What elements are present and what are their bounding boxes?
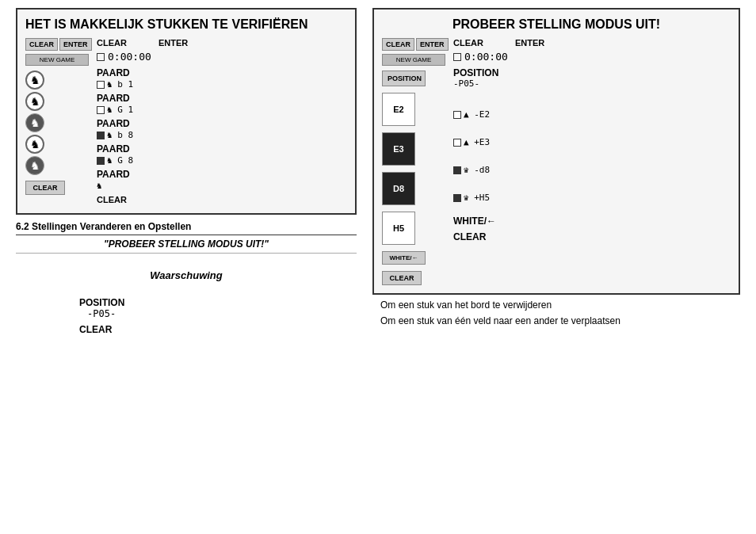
right-position-label: POSITION xyxy=(453,67,731,78)
right-e3-notation: ▲ +E3 xyxy=(453,137,731,147)
right-clear-btn-bottom[interactable]: CLEAR xyxy=(382,271,422,285)
piece-row-5: ♞ xyxy=(25,156,89,175)
left-move-5: PAARD ♞ xyxy=(97,169,347,191)
right-move-d8: ♛ -d8 xyxy=(453,165,731,175)
position-label: POSITION xyxy=(79,297,357,308)
e2-key[interactable]: E2 xyxy=(382,93,415,126)
left-content: CLEAR ENTER 0:00:00 PAARD ♞ b 1 xyxy=(97,38,347,205)
left-move-1: PAARD ♞ b 1 xyxy=(97,67,347,90)
left-move-1-notation: ♞ b 1 xyxy=(97,79,347,90)
d8-key[interactable]: D8 xyxy=(382,172,415,205)
h5-key[interactable]: H5 xyxy=(382,212,415,245)
left-control-bar: CLEAR ENTER xyxy=(25,38,89,51)
left-move-1-text: ♞ b 1 xyxy=(107,79,133,90)
right-controls: CLEAR ENTER NEW GAME POSITION E2 E3 D8 H… xyxy=(382,38,445,285)
piece-icon-3: ♞ xyxy=(25,113,44,132)
right-wit-label: WHITE/← xyxy=(453,216,731,227)
sq-white-e2 xyxy=(453,111,461,119)
sq-white-e3 xyxy=(453,139,461,147)
sq-black-3 xyxy=(97,132,105,139)
piece-icon-5: ♞ xyxy=(25,156,44,175)
warning-label: Waarschuwing xyxy=(16,269,357,281)
right-clock: 0:00:00 xyxy=(453,51,731,63)
white-arrow-btn[interactable]: WHITE/← xyxy=(382,251,426,265)
left-clock: 0:00:00 xyxy=(97,51,347,63)
right-box-title: PROBEER STELLING MODUS UIT! xyxy=(382,17,731,32)
section-title: 6.2 Stellingen Veranderen en Opstellen xyxy=(16,221,357,235)
left-move-1-label: PAARD xyxy=(97,67,347,78)
clock-square-left xyxy=(97,53,105,61)
piece-icon-4: ♞ xyxy=(25,135,44,154)
left-move-4-text: ♞ G 8 xyxy=(107,155,133,166)
right-pos-code: -P05- xyxy=(453,78,731,89)
right-inner: CLEAR ENTER NEW GAME POSITION E2 E3 D8 H… xyxy=(382,38,731,285)
bottom-notes: Om een stuk van het bord te verwijderen … xyxy=(372,299,740,326)
pos-display: -P05- xyxy=(87,308,357,319)
clear-label-bottom: CLEAR xyxy=(79,324,357,335)
right-clear-btn[interactable]: CLEAR xyxy=(382,38,414,51)
right-move-h5: ♛ +H5 xyxy=(453,193,731,203)
right-clear-header: CLEAR xyxy=(453,38,483,48)
left-move-3: PAARD ♞ b 8 xyxy=(97,118,347,140)
piece-row-2: ♞ xyxy=(25,92,89,111)
sq-black-4 xyxy=(97,157,105,165)
left-clear-enter-row: CLEAR ENTER xyxy=(97,38,347,48)
left-panel: HET IS MAKKELIJK STUKKEN TE VERIFIËREN C… xyxy=(16,8,357,335)
left-move-5-notation: ♞ xyxy=(97,181,347,191)
left-move-5-label: PAARD xyxy=(97,169,347,180)
right-wit-entry: WHITE/← xyxy=(453,216,731,227)
left-move-2: PAARD ♞ G 1 xyxy=(97,93,347,115)
right-clear-enter-row: CLEAR ENTER xyxy=(453,38,731,48)
sq-white-1 xyxy=(97,81,105,89)
right-move-e2: ▲ -E2 xyxy=(453,109,731,120)
right-clock-time: 0:00:00 xyxy=(464,51,508,63)
left-new-game[interactable]: NEW GAME xyxy=(25,54,89,66)
right-e2-text: ▲ -E2 xyxy=(464,109,490,120)
left-box-title: HET IS MAKKELIJK STUKKEN TE VERIFIËREN xyxy=(25,17,347,32)
left-device-box: HET IS MAKKELIJK STUKKEN TE VERIFIËREN C… xyxy=(16,8,357,215)
note-1: Om een stuk van het bord te verwijderen xyxy=(380,299,732,311)
left-enter-btn[interactable]: ENTER xyxy=(59,38,92,51)
left-move-2-notation: ♞ G 1 xyxy=(97,105,347,115)
clock-square-right xyxy=(453,53,461,61)
piece-row-4: ♞ xyxy=(25,135,89,154)
left-controls: CLEAR ENTER NEW GAME ♞ ♞ ♞ ♞ xyxy=(25,38,89,205)
piece-row-1: ♞ xyxy=(25,71,89,90)
left-move-3-notation: ♞ b 8 xyxy=(97,130,347,140)
left-move-3-label: PAARD xyxy=(97,118,347,129)
left-enter-header: ENTER xyxy=(158,38,188,48)
left-section: 6.2 Stellingen Veranderen en Opstellen "… xyxy=(16,221,357,335)
left-clear-footer: CLEAR xyxy=(97,195,127,204)
e3-key[interactable]: E3 xyxy=(382,132,415,166)
right-enter-btn[interactable]: ENTER xyxy=(416,38,449,51)
left-move-5-text: ♞ xyxy=(97,181,102,191)
piece-icon-1: ♞ xyxy=(25,71,44,90)
piece-row-3: ♞ xyxy=(25,113,89,132)
right-h5-text: ♛ +H5 xyxy=(464,193,490,203)
right-panel: PROBEER STELLING MODUS UIT! CLEAR ENTER … xyxy=(372,8,740,335)
right-device-box: PROBEER STELLING MODUS UIT! CLEAR ENTER … xyxy=(372,8,740,295)
position-btn[interactable]: POSITION xyxy=(382,71,426,86)
right-move-e3: ▲ +E3 xyxy=(453,137,731,147)
left-clear-header: CLEAR xyxy=(97,38,127,48)
right-e3-text: ▲ +E3 xyxy=(464,137,490,147)
section-subtitle: "PROBEER STELLING MODUS UIT!" xyxy=(16,238,357,254)
sq-white-2 xyxy=(97,106,105,114)
note-2: Om een stuk van één veld naar een ander … xyxy=(380,315,732,326)
left-clear-btn[interactable]: CLEAR xyxy=(25,38,58,51)
left-clear-bottom-btn[interactable]: CLEAR xyxy=(25,181,65,195)
right-e2-notation: ▲ -E2 xyxy=(453,109,731,120)
left-move-3-text: ♞ b 8 xyxy=(107,130,133,140)
right-clear-footer-label: CLEAR xyxy=(453,231,731,242)
sq-black-h5 xyxy=(453,194,461,202)
right-control-bar: CLEAR ENTER xyxy=(382,38,445,51)
piece-icon-2: ♞ xyxy=(25,92,44,111)
left-clock-time: 0:00:00 xyxy=(108,51,151,63)
right-new-game[interactable]: NEW GAME xyxy=(382,54,445,66)
left-move-2-text: ♞ G 1 xyxy=(107,105,133,115)
right-enter-header: ENTER xyxy=(515,38,544,48)
left-move-2-label: PAARD xyxy=(97,93,347,104)
right-d8-notation: ♛ -d8 xyxy=(453,165,731,175)
right-content: CLEAR ENTER 0:00:00 POSITION -P05- xyxy=(453,38,731,285)
position-block: POSITION -P05- CLEAR xyxy=(79,297,357,335)
